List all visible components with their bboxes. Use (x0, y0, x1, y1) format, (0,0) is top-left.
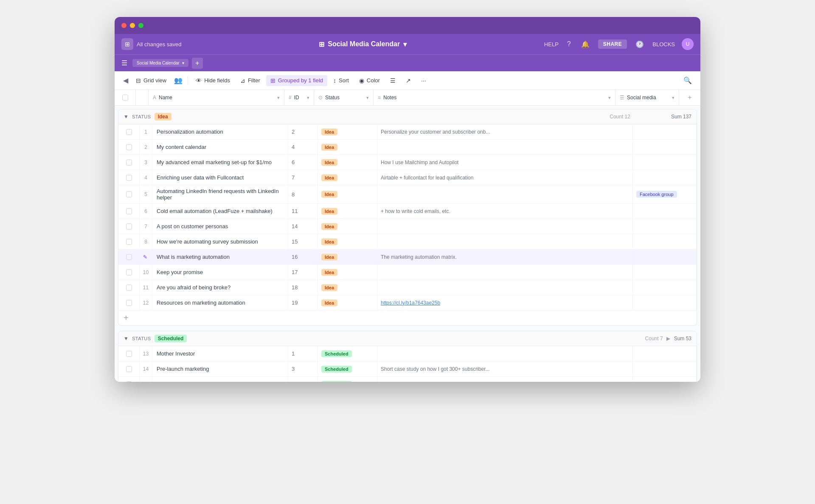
row-12-check[interactable] (118, 295, 140, 310)
row-1-name[interactable]: Personalization automation (152, 124, 288, 139)
row-8-check[interactable] (118, 234, 140, 249)
row-12-name[interactable]: Resources on marketing automation (152, 295, 288, 310)
row-10-check[interactable] (118, 265, 140, 280)
row-2-status[interactable]: Idea (318, 140, 377, 154)
maximize-button[interactable] (138, 23, 143, 28)
row-15-name[interactable]: My customer feedback repository (152, 377, 288, 382)
row-9-check[interactable] (118, 249, 140, 264)
row-height-button[interactable]: ☰ (386, 75, 400, 86)
row-4-check[interactable] (118, 170, 140, 185)
social-col-arrow: ▾ (672, 95, 674, 101)
row-13-status[interactable]: Scheduled (318, 346, 377, 361)
row-5-name[interactable]: Automating LinkedIn friend requests with… (152, 185, 288, 203)
row-4-name[interactable]: Enriching user data with Fullcontact (152, 170, 288, 185)
row-3-check[interactable] (118, 155, 140, 170)
col-name-header[interactable]: A Name ▾ (149, 90, 284, 105)
row-15-id: 5 (288, 377, 318, 382)
add-col-button[interactable]: + (679, 90, 700, 105)
help-label[interactable]: HELP (544, 41, 559, 48)
view-toggle-button[interactable]: ◀ (121, 75, 130, 86)
db-name-button[interactable]: Social Media Calendar ▾ (132, 59, 188, 67)
row-9-status[interactable]: Idea (318, 249, 377, 264)
row-8-status[interactable]: Idea (318, 234, 377, 249)
row-10-id: 17 (288, 265, 318, 280)
more-options-button[interactable]: ··· (417, 75, 430, 86)
notifications-icon[interactable]: 🔔 (579, 39, 591, 50)
group-idea-count: Count 12 (610, 114, 630, 120)
row-10-status[interactable]: Idea (318, 265, 377, 280)
row-13-name[interactable]: Mother Investor (152, 346, 288, 361)
row-1-status[interactable]: Idea (318, 124, 377, 139)
row-8-name[interactable]: How we're automating survey submission (152, 234, 288, 249)
table-row: 1 Personalization automation 2 Idea Pers… (118, 124, 697, 140)
avatar[interactable]: U (682, 38, 694, 50)
row-2-name[interactable]: My content calendar (152, 140, 288, 154)
row-4-status[interactable]: Idea (318, 170, 377, 185)
row-15-check[interactable] (118, 377, 140, 382)
row-3-status[interactable]: Idea (318, 155, 377, 170)
table-row: 14 Pre-launch marketing 3 Scheduled Shor… (118, 361, 697, 377)
row-12-status[interactable]: Idea (318, 295, 377, 310)
share-button[interactable]: SHARE (598, 39, 627, 49)
notes-col-label: Notes (383, 95, 396, 101)
sort-button[interactable]: ↕ Sort (329, 75, 353, 86)
notes-col-icon: ≡ (378, 95, 381, 101)
row-9-social (633, 249, 697, 264)
select-all-checkbox[interactable] (122, 95, 128, 101)
row-11-name[interactable]: Are you afraid of being broke? (152, 280, 288, 295)
row-2-check[interactable] (118, 140, 140, 154)
row-6-name[interactable]: Cold email automation (LeadFuze + mailsh… (152, 204, 288, 218)
table-row: 10 Keep your promise 17 Idea (118, 265, 697, 280)
project-title-icon: ⊞ (319, 40, 324, 48)
row-7-name[interactable]: A post on customer personas (152, 219, 288, 234)
grid-view-button[interactable]: ⊟ Grid view (132, 75, 171, 86)
row-3-name[interactable]: My advanced email marketing set-up for $… (152, 155, 288, 170)
table-row: 3 My advanced email marketing set-up for… (118, 155, 697, 170)
close-button[interactable] (121, 23, 126, 28)
row-10-name[interactable]: Keep your promise (152, 265, 288, 280)
row-13-check[interactable] (118, 346, 140, 361)
hide-fields-button[interactable]: 👁 Hide fields (191, 75, 234, 86)
row-9-name[interactable]: What is marketing automation (152, 249, 288, 264)
row-1-notes: Personalize your customer and subscriber… (377, 124, 633, 139)
row-5-check[interactable] (118, 185, 140, 203)
people-icon[interactable]: 👥 (172, 75, 184, 86)
row-9-num: ✎ (140, 249, 152, 264)
row-5-status[interactable]: Idea (318, 185, 377, 203)
row-9-notes: The marketing automation matrix. (377, 249, 633, 264)
add-view-button[interactable]: + (192, 58, 203, 69)
hamburger-icon[interactable]: ☰ (121, 59, 127, 67)
add-row-idea-button[interactable]: + (118, 311, 697, 325)
blocks-label[interactable]: BLOCKS (652, 41, 675, 48)
col-social-header[interactable]: ☰ Social media ▾ (615, 90, 679, 105)
row-6-check[interactable] (118, 204, 140, 218)
group-button[interactable]: ⊞ Grouped by 1 field (266, 75, 327, 86)
share-view-button[interactable]: ↗ (402, 75, 415, 86)
row-14-name[interactable]: Pre-launch marketing (152, 361, 288, 376)
minimize-button[interactable] (130, 23, 135, 28)
row-5-notes (377, 185, 633, 203)
col-notes-header[interactable]: ≡ Notes ▾ (374, 90, 615, 105)
row-15-status[interactable]: Scheduled (318, 377, 377, 382)
row-6-status[interactable]: Idea (318, 204, 377, 218)
row-8-num: 8 (140, 234, 152, 249)
history-icon[interactable]: 🕐 (634, 39, 646, 50)
row-1-check[interactable] (118, 124, 140, 139)
help-icon[interactable]: ? (565, 39, 573, 50)
row-14-check[interactable] (118, 361, 140, 376)
row-11-status[interactable]: Idea (318, 280, 377, 295)
group-idea-collapse[interactable]: ▼ (124, 114, 129, 120)
group-scheduled-collapse[interactable]: ▼ (124, 336, 129, 342)
filter-button[interactable]: ⊿ Filter (236, 75, 264, 86)
col-id-header[interactable]: # ID ▾ (284, 90, 314, 105)
row-7-status[interactable]: Idea (318, 219, 377, 234)
col-status-header[interactable]: ⊙ Status ▾ (314, 90, 374, 105)
row-7-check[interactable] (118, 219, 140, 234)
color-button[interactable]: ◉ Color (355, 75, 384, 86)
row-4-num: 4 (140, 170, 152, 185)
row-14-status[interactable]: Scheduled (318, 361, 377, 376)
table-row: 4 Enriching user data with Fullcontact 7… (118, 170, 697, 185)
project-title-arrow[interactable]: ▾ (403, 40, 407, 48)
row-11-check[interactable] (118, 280, 140, 295)
search-button[interactable]: 🔍 (682, 75, 694, 86)
